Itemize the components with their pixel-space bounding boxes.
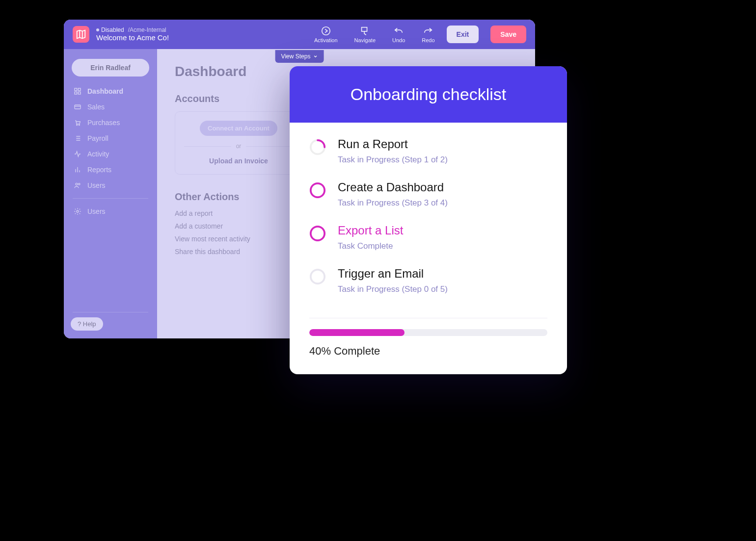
svg-rect-1 bbox=[362, 27, 367, 31]
svg-point-8 bbox=[79, 125, 80, 126]
save-button[interactable]: Save bbox=[490, 26, 526, 43]
svg-rect-5 bbox=[78, 92, 81, 94]
sidebar-item-label: Payroll bbox=[87, 134, 108, 142]
task-title: Export a List bbox=[338, 224, 403, 237]
task-title: Run a Report bbox=[338, 137, 448, 151]
task-item[interactable]: Run a Report Task in Progress (Step 1 of… bbox=[309, 137, 547, 165]
sidebar: Erin Radleaf Dashboard Sales Purchases P… bbox=[64, 20, 157, 338]
svg-point-9 bbox=[76, 183, 78, 185]
svg-point-13 bbox=[311, 183, 324, 197]
grid-icon bbox=[74, 87, 81, 95]
status-label: Disabled bbox=[101, 26, 124, 33]
redo-icon bbox=[423, 26, 433, 36]
task-subtitle: Task Complete bbox=[338, 241, 403, 251]
sidebar-item-label: Activity bbox=[87, 150, 109, 158]
sidebar-item-dashboard[interactable]: Dashboard bbox=[64, 83, 157, 99]
task-item[interactable]: Trigger an Email Task in Progress (Step … bbox=[309, 267, 547, 294]
sidebar-item-sales[interactable]: Sales bbox=[64, 99, 157, 115]
sidebar-item-label: Purchases bbox=[87, 119, 120, 127]
sidebar-item-label: Users bbox=[87, 207, 106, 215]
sidebar-divider bbox=[73, 198, 148, 199]
progress-ring-icon bbox=[309, 225, 326, 242]
undo-action[interactable]: Undo bbox=[387, 26, 410, 43]
breadcrumb-path: /Acme-Internal bbox=[128, 26, 166, 33]
sidebar-item-label: Reports bbox=[87, 166, 111, 174]
task-item[interactable]: Create a Dashboard Task in Progress (Ste… bbox=[309, 180, 547, 208]
navigate-icon bbox=[359, 26, 370, 36]
accounts-card: Connect an Account or Upload an Invoice bbox=[175, 111, 302, 175]
sidebar-item-purchases[interactable]: Purchases bbox=[64, 115, 157, 130]
svg-rect-2 bbox=[75, 88, 77, 91]
sidebar-item-users[interactable]: Users bbox=[64, 178, 157, 193]
app-logo bbox=[73, 26, 89, 43]
task-subtitle: Task in Progress (Step 1 of 2) bbox=[338, 155, 448, 165]
user-chip[interactable]: Erin Radleaf bbox=[72, 59, 149, 77]
upload-invoice-link[interactable]: Upload an Invoice bbox=[209, 157, 268, 165]
activation-action[interactable]: Activation bbox=[309, 26, 343, 43]
onboarding-title: Onboarding checklist bbox=[290, 66, 567, 123]
card-icon bbox=[74, 103, 81, 111]
task-subtitle: Task in Progress (Step 0 of 5) bbox=[338, 284, 448, 294]
svg-point-15 bbox=[311, 270, 324, 283]
activity-icon bbox=[74, 150, 81, 158]
users-icon bbox=[74, 181, 81, 189]
map-icon bbox=[76, 29, 86, 40]
progress-fill bbox=[309, 329, 405, 336]
svg-rect-4 bbox=[75, 92, 77, 94]
svg-point-14 bbox=[311, 227, 324, 240]
view-steps-dropdown[interactable]: View Steps bbox=[275, 50, 324, 63]
arrow-circle-icon bbox=[321, 26, 331, 36]
svg-point-10 bbox=[79, 183, 80, 185]
svg-rect-3 bbox=[78, 88, 81, 91]
welcome-text: Welcome to Acme Co! bbox=[96, 33, 169, 42]
exit-button[interactable]: Exit bbox=[447, 26, 479, 43]
or-divider: or bbox=[184, 143, 293, 150]
sidebar-item-label: Dashboard bbox=[87, 87, 123, 95]
bar-chart-icon bbox=[74, 166, 81, 174]
sidebar-item-activity[interactable]: Activity bbox=[64, 146, 157, 162]
header-titles: Disabled /Acme-Internal Welcome to Acme … bbox=[96, 26, 169, 42]
panel-divider bbox=[309, 318, 547, 318]
progress-ring-icon bbox=[309, 182, 326, 199]
task-item[interactable]: Export a List Task Complete bbox=[309, 224, 547, 251]
task-list: Run a Report Task in Progress (Step 1 of… bbox=[290, 123, 567, 315]
sidebar-item-reports[interactable]: Reports bbox=[64, 162, 157, 178]
app-header: Disabled /Acme-Internal Welcome to Acme … bbox=[64, 20, 535, 49]
progress-ring-icon bbox=[309, 139, 326, 155]
progress-section: 40% Complete bbox=[290, 329, 567, 374]
navigate-action[interactable]: Navigate bbox=[350, 26, 380, 43]
connect-account-button[interactable]: Connect an Account bbox=[200, 121, 277, 136]
sidebar-item-payroll[interactable]: Payroll bbox=[64, 130, 157, 146]
sidebar-divider bbox=[73, 312, 148, 312]
progress-ring-icon bbox=[309, 268, 326, 285]
task-subtitle: Task in Progress (Step 3 of 4) bbox=[338, 198, 448, 208]
undo-icon bbox=[393, 26, 404, 36]
help-button[interactable]: ? Help bbox=[71, 317, 103, 331]
task-title: Trigger an Email bbox=[338, 267, 448, 281]
progress-bar bbox=[309, 329, 547, 336]
list-icon bbox=[74, 134, 81, 142]
sidebar-item-label: Users bbox=[87, 181, 106, 189]
svg-rect-6 bbox=[75, 105, 81, 109]
svg-point-11 bbox=[77, 210, 79, 212]
redo-action[interactable]: Redo bbox=[417, 26, 439, 43]
svg-point-7 bbox=[77, 125, 78, 126]
gear-icon bbox=[74, 207, 81, 215]
sidebar-item-label: Sales bbox=[87, 103, 105, 111]
svg-point-0 bbox=[322, 27, 330, 35]
progress-label: 40% Complete bbox=[309, 345, 547, 358]
sidebar-item-settings[interactable]: Users bbox=[64, 204, 157, 219]
cart-icon bbox=[74, 119, 81, 127]
task-title: Create a Dashboard bbox=[338, 180, 448, 194]
onboarding-panel: Onboarding checklist Run a Report Task i… bbox=[290, 66, 567, 374]
chevron-down-icon bbox=[313, 54, 318, 59]
